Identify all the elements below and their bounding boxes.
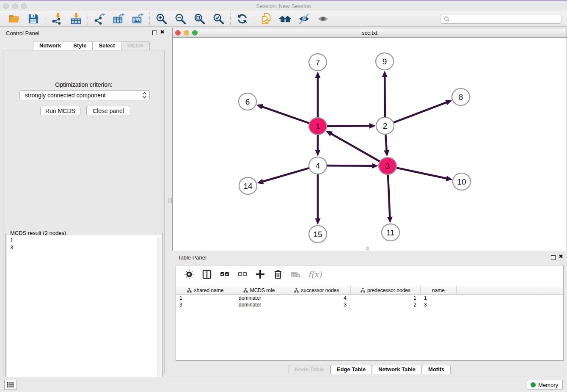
graph-edge-2-9[interactable]	[385, 76, 385, 117]
table-rows: 1dominator4113dominator323	[176, 295, 563, 308]
trash-icon	[273, 269, 283, 279]
graph-edge-3-11[interactable]	[388, 175, 390, 218]
delete-table-button-disabled	[290, 269, 301, 280]
task-history-button[interactable]	[4, 380, 17, 390]
column-header-predecessor-nodes[interactable]: predecessor nodes	[351, 286, 421, 294]
column-header-label: shared name	[194, 287, 223, 293]
table-cell[interactable]: 4	[283, 295, 351, 301]
split-pane-icon	[202, 269, 212, 279]
zoom-fit-button[interactable]	[193, 12, 206, 25]
import-network-icon	[51, 13, 63, 25]
export-network-button[interactable]	[93, 12, 106, 25]
gear-icon	[184, 269, 194, 279]
zoom-out-button[interactable]	[174, 12, 187, 25]
table-panel-body: f(x) shared nameMCDS rolesuccessor nodes…	[176, 265, 564, 361]
tab-network[interactable]: Network	[33, 41, 67, 50]
graph-edge-4-3[interactable]	[327, 166, 373, 166]
column-header-successor-nodes[interactable]: successor nodes	[283, 286, 351, 294]
table-float-icon[interactable]	[551, 255, 556, 260]
control-panel: Control Panel ✖ Network Style Select MCD…	[0, 27, 168, 377]
run-mcds-button[interactable]: Run MCDS	[40, 106, 80, 116]
tab-node-table[interactable]: Node Table	[289, 365, 330, 374]
graph-node-label: 4	[316, 161, 320, 170]
float-panel-icon[interactable]	[152, 30, 157, 35]
tab-edge-table[interactable]: Edge Table	[330, 365, 372, 374]
toolbar-separator	[45, 13, 45, 25]
table-row[interactable]: 1dominator411	[176, 295, 563, 301]
column-header-name[interactable]: name	[421, 286, 457, 294]
table-cell[interactable]: 2	[351, 301, 421, 308]
show-all-button[interactable]	[317, 12, 330, 25]
graph-edge-2-8[interactable]	[394, 102, 448, 122]
table-settings-button[interactable]	[184, 269, 195, 280]
delete-column-button[interactable]	[272, 269, 284, 280]
criterion-dropdown[interactable]: strongly connected component	[19, 90, 150, 100]
create-column-button[interactable]	[255, 269, 266, 280]
splitter-grip[interactable]	[168, 198, 172, 203]
network-resize-grip[interactable]	[366, 247, 369, 250]
search-box[interactable]	[440, 14, 562, 24]
close-panel-button[interactable]: Close panel	[86, 106, 130, 116]
table-row[interactable]: 3dominator323	[176, 301, 563, 308]
unselect-all-columns-button[interactable]	[237, 269, 248, 280]
memory-button[interactable]: Memory	[527, 380, 563, 390]
table-cell[interactable]: dominator	[235, 301, 283, 308]
column-header-shared-name[interactable]: shared name	[176, 286, 235, 294]
zoom-selected-button[interactable]	[212, 12, 225, 25]
graph-edge-4-14[interactable]	[262, 168, 309, 182]
network-window-titlebar[interactable]: ✕ − + scc.txt	[173, 28, 567, 38]
first-neighbors-button[interactable]	[278, 12, 292, 25]
hide-selected-button[interactable]	[297, 12, 311, 25]
table-cell[interactable]: 1	[351, 295, 421, 301]
graph-edge-2-3[interactable]	[385, 135, 387, 152]
table-cell[interactable]: dominator	[235, 295, 283, 301]
tab-select[interactable]: Select	[92, 41, 121, 50]
open-session-button[interactable]	[8, 12, 21, 25]
column-header-label: MCDS role	[250, 287, 275, 293]
tab-style[interactable]: Style	[67, 41, 92, 50]
graph-edge-arrow	[256, 104, 263, 109]
search-input[interactable]	[450, 16, 558, 22]
app-window: Session: New Session	[0, 0, 567, 392]
table-cell[interactable]: 3	[421, 301, 457, 308]
tab-mcds[interactable]: MCDS	[121, 41, 150, 50]
tab-network-table[interactable]: Network Table	[372, 365, 422, 374]
select-all-columns-button[interactable]	[219, 269, 230, 280]
column-header-MCDS-role[interactable]: MCDS role	[235, 286, 283, 294]
open-folder-icon	[8, 13, 20, 25]
close-panel-icon[interactable]: ✖	[160, 29, 165, 35]
graph-edge-1-6[interactable]	[261, 106, 309, 123]
import-network-button[interactable]	[50, 12, 63, 25]
table-close-icon[interactable]: ✖	[559, 253, 563, 259]
network-canvas[interactable]: 7968124314101511	[173, 38, 567, 251]
graph-edge-3-10[interactable]	[396, 168, 448, 179]
toggle-panes-button[interactable]	[201, 269, 212, 280]
panel-splitter[interactable]	[168, 27, 172, 377]
export-table-button[interactable]	[112, 12, 125, 25]
optimization-criterion-label: Optimization criterion:	[3, 81, 164, 88]
graph-edge-3-1[interactable]	[330, 133, 380, 162]
mcds-result-text[interactable]: 1 3	[7, 235, 162, 392]
export-image-button[interactable]	[131, 12, 144, 25]
table-cell[interactable]: 1	[176, 295, 235, 301]
eye-slash-icon	[298, 13, 310, 25]
tab-motifs[interactable]: Motifs	[422, 365, 451, 374]
refresh-view-button[interactable]	[236, 12, 249, 25]
save-session-button[interactable]	[27, 12, 40, 25]
graph-node-label: 1	[316, 122, 320, 131]
column-type-icon	[243, 288, 248, 293]
import-table-button[interactable]	[69, 12, 83, 25]
network-view-window: ✕ − + scc.txt 7968124314101511	[172, 28, 567, 251]
zoom-in-button[interactable]	[155, 12, 168, 25]
status-bar: Memory	[0, 377, 567, 392]
graph-node-label: 2	[383, 121, 388, 130]
graph-edge-arrow	[315, 72, 321, 78]
table-cell[interactable]: 3	[176, 301, 235, 308]
table-cell[interactable]: 3	[283, 301, 351, 308]
zoom-in-icon	[155, 13, 168, 25]
result-scrollbar[interactable]	[157, 237, 161, 391]
table-cell[interactable]: 1	[421, 295, 457, 301]
new-network-from-selection-button[interactable]	[259, 12, 272, 25]
search-icon	[444, 16, 450, 22]
graph-edge-1-2[interactable]	[327, 126, 371, 126]
